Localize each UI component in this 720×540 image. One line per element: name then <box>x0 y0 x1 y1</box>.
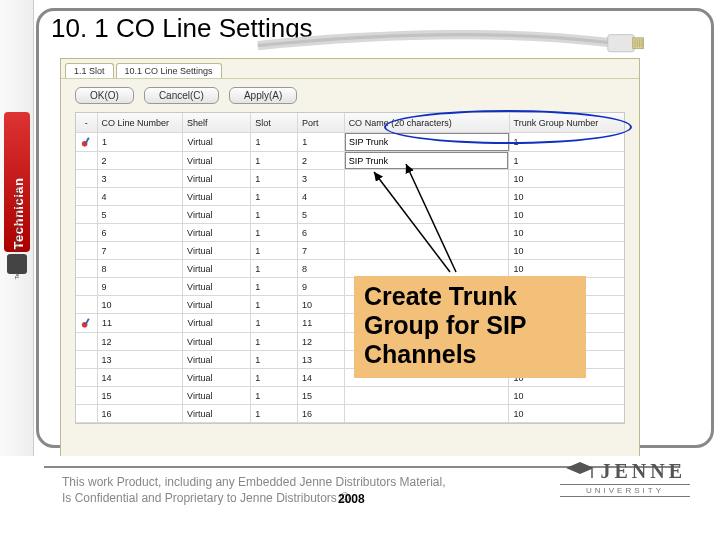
grad-cap-icon <box>564 460 596 480</box>
table-row[interactable]: 5Virtual1510 <box>76 206 624 224</box>
row-badge <box>76 296 98 313</box>
row-badge <box>76 152 98 169</box>
table-row[interactable]: 3Virtual1310 <box>76 170 624 188</box>
col-name[interactable]: CO Name (20 characters) <box>345 113 510 132</box>
cell-trunk-group[interactable]: 10 <box>509 170 624 187</box>
col-badge[interactable]: - <box>76 113 98 132</box>
row-badge <box>76 387 98 404</box>
cell-number: 6 <box>98 224 184 241</box>
cell-shelf: Virtual <box>183 206 251 223</box>
cell-shelf: Virtual <box>183 369 251 386</box>
row-badge <box>76 260 98 277</box>
cell-number: 11 <box>98 314 183 332</box>
row-badge <box>76 278 98 295</box>
footer-logo-sub: UNIVERSITY <box>560 484 690 497</box>
cell-slot: 1 <box>251 170 298 187</box>
cell-trunk-group[interactable]: 10 <box>509 242 624 259</box>
cell-name <box>345 170 510 187</box>
cell-trunk-group[interactable]: 10 <box>509 224 624 241</box>
table-row[interactable]: 16Virtual11610 <box>76 405 624 423</box>
cell-name <box>345 133 510 151</box>
cell-slot: 1 <box>251 405 298 422</box>
col-slot[interactable]: Slot <box>251 113 298 132</box>
cell-name <box>345 260 510 277</box>
button-row: OK(O) Cancel(C) Apply(A) <box>61 79 639 112</box>
brand-tagline: Technical Solutions for Technicians <box>14 158 20 308</box>
footer-legal-2: Is Confidential and Proprietary to Jenne… <box>62 491 349 505</box>
cell-name <box>345 152 510 169</box>
footer-year: 2008 <box>338 492 365 506</box>
cell-slot: 1 <box>251 188 298 205</box>
co-name-input[interactable] <box>345 152 509 169</box>
footer: This work Product, including any Embedde… <box>0 456 720 540</box>
cell-number: 12 <box>98 333 184 350</box>
cell-number: 14 <box>98 369 184 386</box>
cell-shelf: Virtual <box>183 333 251 350</box>
cell-slot: 1 <box>251 224 298 241</box>
cell-port: 4 <box>298 188 345 205</box>
cell-trunk-group[interactable]: 10 <box>509 188 624 205</box>
tab-strip: 1.1 Slot 10.1 CO Line Settings <box>61 59 639 79</box>
cell-slot: 1 <box>251 387 298 404</box>
cell-name <box>345 387 510 404</box>
cell-trunk-group[interactable]: 1 <box>510 133 624 151</box>
cancel-button[interactable]: Cancel(C) <box>144 87 219 104</box>
col-number[interactable]: CO Line Number <box>98 113 183 132</box>
cell-name <box>345 188 510 205</box>
cell-trunk-group[interactable]: 10 <box>509 206 624 223</box>
apply-button[interactable]: Apply(A) <box>229 87 297 104</box>
app-window: 1.1 Slot 10.1 CO Line Settings OK(O) Can… <box>60 58 640 464</box>
cell-port: 11 <box>298 314 345 332</box>
cell-slot: 1 <box>251 242 298 259</box>
pencil-icon <box>80 135 93 149</box>
cell-shelf: Virtual <box>183 351 251 368</box>
table-row[interactable]: 4Virtual1410 <box>76 188 624 206</box>
table-row[interactable]: 1Virtual111 <box>76 133 624 152</box>
cell-name <box>345 206 510 223</box>
col-shelf[interactable]: Shelf <box>183 113 251 132</box>
col-trunk-group[interactable]: Trunk Group Number <box>510 113 625 132</box>
cell-shelf: Virtual <box>183 278 251 295</box>
table-row[interactable]: 7Virtual1710 <box>76 242 624 260</box>
cell-shelf: Virtual <box>183 314 251 332</box>
cell-trunk-group[interactable]: 10 <box>509 405 624 422</box>
cell-port: 6 <box>298 224 345 241</box>
row-badge <box>76 333 98 350</box>
cell-slot: 1 <box>251 206 298 223</box>
cell-trunk-group[interactable]: 1 <box>509 152 624 169</box>
table-row[interactable]: 2Virtual121 <box>76 152 624 170</box>
co-name-input[interactable] <box>345 133 509 151</box>
table-row[interactable]: 6Virtual1610 <box>76 224 624 242</box>
tab-slot[interactable]: 1.1 Slot <box>65 63 114 78</box>
cell-shelf: Virtual <box>183 260 251 277</box>
cell-port: 16 <box>298 405 345 422</box>
cell-shelf: Virtual <box>183 152 251 169</box>
row-badge <box>76 369 98 386</box>
cell-port: 14 <box>298 369 345 386</box>
cell-number: 15 <box>98 387 184 404</box>
cell-number: 1 <box>98 133 183 151</box>
ok-button[interactable]: OK(O) <box>75 87 134 104</box>
row-badge <box>76 133 98 151</box>
cell-number: 4 <box>98 188 184 205</box>
cell-name <box>345 405 510 422</box>
table-row[interactable]: 15Virtual11510 <box>76 387 624 405</box>
cell-port: 5 <box>298 206 345 223</box>
cell-port: 7 <box>298 242 345 259</box>
row-badge <box>76 405 98 422</box>
cell-trunk-group[interactable]: 10 <box>509 387 624 404</box>
col-port[interactable]: Port <box>298 113 345 132</box>
pencil-icon <box>80 316 93 330</box>
cell-slot: 1 <box>251 278 298 295</box>
cell-trunk-group[interactable]: 10 <box>509 260 624 277</box>
cell-slot: 1 <box>251 369 298 386</box>
cell-number: 2 <box>98 152 184 169</box>
row-badge <box>76 242 98 259</box>
cell-number: 13 <box>98 351 184 368</box>
cell-number: 5 <box>98 206 184 223</box>
cell-port: 12 <box>298 333 345 350</box>
row-badge <box>76 314 98 332</box>
cell-port: 2 <box>298 152 345 169</box>
cell-name <box>345 224 510 241</box>
tab-co-line-settings[interactable]: 10.1 CO Line Settings <box>116 63 222 78</box>
